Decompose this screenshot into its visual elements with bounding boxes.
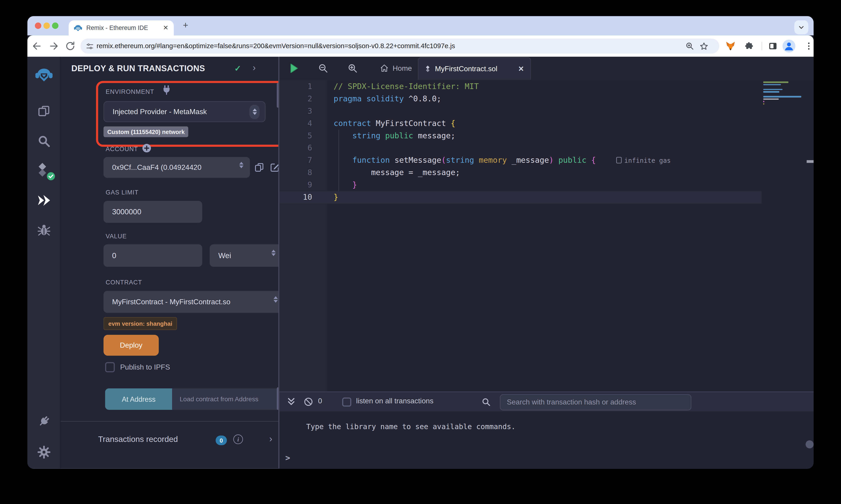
- environment-select[interactable]: Injected Provider - MetaMask: [104, 101, 265, 122]
- new-tab-button[interactable]: +: [179, 19, 192, 32]
- line-number: 1: [279, 80, 318, 93]
- terminal-message: Type the library name to see available c…: [306, 422, 516, 431]
- settings-gear-icon[interactable]: [37, 445, 51, 459]
- at-address-button[interactable]: At Address: [105, 389, 172, 410]
- minimap-line: [763, 101, 764, 102]
- home-icon: [380, 64, 389, 73]
- solidity-compiler-icon[interactable]: [36, 163, 52, 179]
- line-number: 3: [279, 105, 318, 117]
- code-line[interactable]: string public message;: [334, 130, 671, 142]
- tab-myfirstcontract[interactable]: MyFirstContract.sol ✕: [418, 57, 531, 80]
- icon-rail: [28, 57, 61, 468]
- editor-minimap[interactable]: [762, 82, 807, 105]
- minimap-line: [763, 98, 778, 100]
- line-number: 5: [279, 130, 318, 142]
- contract-select[interactable]: MyFirstContract - MyFirstContract.so: [104, 291, 278, 313]
- code-line[interactable]: }: [334, 191, 671, 204]
- code-line[interactable]: // SPDX-License-Identifier: MIT: [334, 80, 671, 93]
- remix-logo-icon[interactable]: [35, 67, 53, 84]
- side-panel-icon[interactable]: [768, 41, 778, 51]
- value-input[interactable]: 0: [104, 244, 202, 267]
- value-unit-select[interactable]: Wei: [210, 244, 278, 267]
- network-badge: Custom (11155420) network: [104, 126, 189, 137]
- tab-close-icon[interactable]: ✕: [518, 65, 524, 73]
- clear-console-icon[interactable]: [304, 397, 313, 407]
- terminal-output[interactable]: Type the library name to see available c…: [279, 411, 814, 469]
- person-icon: [783, 40, 795, 53]
- copy-account-icon[interactable]: [254, 162, 264, 173]
- debugger-bug-icon[interactable]: [37, 224, 51, 237]
- close-window-button[interactable]: [35, 23, 41, 29]
- deploy-run-icon[interactable]: [37, 194, 51, 207]
- at-address-input[interactable]: Load contract from Address: [172, 389, 278, 410]
- zoom-page-icon[interactable]: [685, 42, 694, 51]
- tab-home[interactable]: Home: [380, 57, 412, 80]
- deploy-button[interactable]: Deploy: [104, 335, 159, 356]
- publish-ipfs-checkbox[interactable]: [105, 362, 115, 373]
- minimap-line: [763, 103, 764, 105]
- minimize-window-button[interactable]: [44, 23, 50, 29]
- code-content[interactable]: // SPDX-License-Identifier: MITpragma so…: [334, 80, 671, 204]
- bookmark-star-icon[interactable]: [699, 42, 708, 51]
- forward-icon[interactable]: [48, 41, 59, 51]
- terminal-search-icon: [482, 397, 491, 407]
- panel-scrollbar-thumb[interactable]: [277, 83, 278, 108]
- contract-label: CONTRACT: [106, 279, 142, 286]
- tab-close-icon[interactable]: ✕: [163, 25, 168, 31]
- code-line[interactable]: contract MyFirstContract {: [334, 117, 671, 130]
- minimap-line: [763, 94, 807, 95]
- tab-title: Remix - Ethereum IDE: [86, 25, 163, 31]
- panel-title: DEPLOY & RUN TRANSACTIONS: [71, 64, 205, 73]
- terminal-search-input[interactable]: Search with transaction hash or address: [500, 394, 691, 410]
- back-icon[interactable]: [32, 41, 42, 51]
- zoom-in-icon[interactable]: [348, 63, 358, 73]
- minimap-line: [763, 86, 807, 88]
- site-settings-icon[interactable]: [86, 42, 94, 50]
- zoom-out-icon[interactable]: [318, 63, 328, 73]
- environment-value: Injected Provider - MetaMask: [113, 102, 207, 122]
- line-number: 6: [279, 142, 318, 154]
- listen-label: listen on all transactions: [356, 397, 433, 405]
- tab-search-chevron-button[interactable]: [794, 20, 808, 34]
- transactions-info-icon[interactable]: i: [233, 434, 243, 444]
- account-select[interactable]: 0x9Cf...CaaF4 (0.04924420: [104, 157, 250, 178]
- editor-scrollbar-thumb[interactable]: [807, 160, 814, 163]
- file-explorer-icon[interactable]: [37, 105, 51, 118]
- toolbar-divider: [762, 42, 762, 51]
- panel-expand-chevron-icon[interactable]: ›: [253, 63, 256, 72]
- code-line[interactable]: [334, 142, 671, 154]
- value-label: VALUE: [106, 233, 126, 239]
- search-icon[interactable]: [37, 134, 51, 148]
- gas-limit-input[interactable]: 3000000: [104, 201, 202, 223]
- edit-account-icon[interactable]: [270, 162, 278, 173]
- plugin-manager-plug-icon[interactable]: [37, 415, 51, 428]
- gas-limit-value: 3000000: [112, 201, 141, 223]
- active-tab-label: MyFirstContract.sol: [435, 65, 514, 73]
- profile-avatar[interactable]: [783, 40, 795, 53]
- maximize-window-button[interactable]: [52, 23, 58, 29]
- terminal-scroll-indicator[interactable]: [806, 440, 813, 448]
- browser-menu-kebab-icon[interactable]: [804, 41, 813, 51]
- code-line[interactable]: [334, 105, 671, 117]
- add-account-plus-icon[interactable]: [142, 144, 151, 153]
- reload-icon[interactable]: [65, 41, 76, 51]
- account-updown-icon: [239, 162, 244, 168]
- gas-pump-icon: [616, 157, 621, 163]
- code-line[interactable]: }: [334, 179, 671, 191]
- metamask-extension-icon[interactable]: [725, 41, 735, 51]
- listen-checkbox[interactable]: [342, 397, 351, 407]
- transactions-expand-chevron-icon[interactable]: ›: [269, 434, 272, 444]
- value-unit: Wei: [218, 244, 231, 267]
- extensions-puzzle-icon[interactable]: [744, 41, 754, 51]
- minimap-line: [763, 91, 779, 92]
- run-script-play-icon[interactable]: [290, 64, 298, 73]
- code-line[interactable]: function setMessage(string memory _messa…: [334, 154, 671, 167]
- url-text: remix.ethereum.org/#lang=en&optimize=fal…: [97, 39, 455, 54]
- solidity-file-icon: [425, 65, 431, 73]
- url-bar[interactable]: remix.ethereum.org/#lang=en&optimize=fal…: [81, 39, 719, 54]
- collapse-terminal-icon[interactable]: [288, 397, 295, 406]
- panel-scrollbar-thumb-lower[interactable]: [277, 388, 278, 410]
- code-line[interactable]: pragma solidity ^0.8.0;: [334, 93, 671, 105]
- browser-tab[interactable]: Remix - Ethereum IDE ✕: [69, 20, 174, 35]
- code-line[interactable]: message = _message;: [334, 167, 671, 179]
